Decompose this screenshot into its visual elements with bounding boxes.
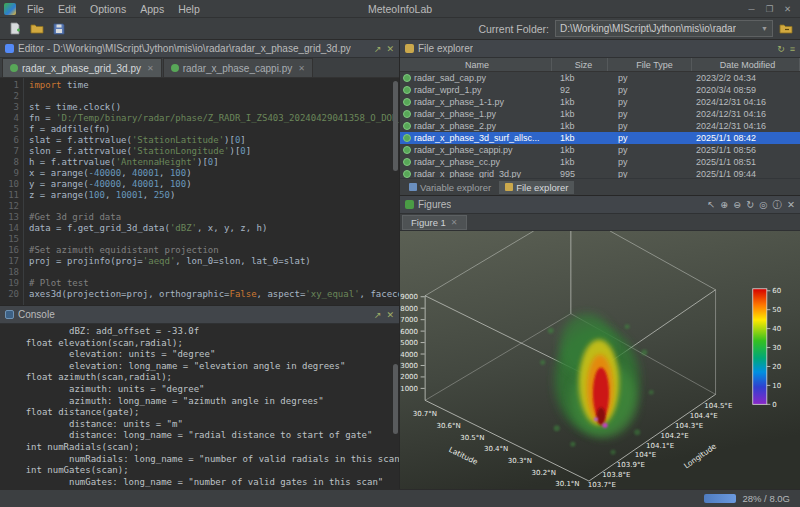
rotate-icon[interactable]: ↻	[746, 200, 754, 210]
close-icon[interactable]: ✕	[147, 64, 154, 73]
editor-panel: Editor - D:\Working\MIScript\Jython\mis\…	[0, 40, 399, 306]
zoom-in-icon[interactable]: ⊕	[720, 200, 728, 210]
file-type-cell: py	[608, 169, 692, 178]
column-header-size[interactable]: Size	[552, 58, 608, 71]
z-tick-label: 5000	[400, 339, 418, 347]
scrollbar-thumb[interactable]	[393, 364, 398, 434]
save-icon[interactable]	[49, 20, 68, 38]
menu-edit[interactable]: Edit	[51, 2, 83, 16]
longitude-tick-label: 104.4°E	[690, 412, 718, 420]
browse-folder-icon[interactable]	[776, 20, 795, 38]
scrollbar-thumb[interactable]	[393, 81, 398, 171]
editor-scrollbar[interactable]	[392, 78, 399, 305]
py-file-icon	[403, 122, 411, 130]
zoom-out-icon[interactable]: ⊖	[733, 200, 741, 210]
line-number: 13	[0, 212, 19, 223]
current-folder-value: D:\Working\MIScript\Jython\mis\io\radar	[560, 23, 736, 34]
editor-tab-label: radar_x_phase_cappi.py	[183, 63, 293, 74]
file-date-cell: 2020/3/4 08:59	[692, 85, 800, 95]
file-row[interactable]: radar_x_phase_1-1.py1kbpy2024/12/31 04:1…	[400, 96, 800, 108]
code-token: 'xy_equal'	[305, 289, 359, 299]
file-name: radar_x_phase_1-1.py	[414, 97, 504, 107]
file-name: radar_x_phase_1.py	[414, 109, 496, 119]
file-row[interactable]: radar_x_phase_3d_surf_allsc...1kbpy2025/…	[400, 132, 800, 144]
code-line: x = arange(-40000, 40001, 100)	[29, 168, 399, 179]
line-number: 20	[0, 289, 19, 300]
py-file-icon	[171, 64, 179, 72]
float-panel-icon[interactable]: ↗	[374, 44, 382, 54]
column-header-name[interactable]: Name	[400, 58, 552, 71]
file-size-cell: 1kb	[552, 97, 608, 107]
current-folder-combobox[interactable]: D:\Working\MIScript\Jython\mis\io\radar …	[555, 20, 773, 37]
file-explorer-header-icons: ↻≡	[777, 44, 795, 54]
tab-label: Variable explorer	[420, 182, 491, 193]
file-row[interactable]: radar_x_phase_cappi.py1kbpy2025/1/1 08:5…	[400, 144, 800, 156]
code-editor[interactable]: 1234567891011121314151617181920 import t…	[0, 78, 399, 305]
z-tick-label: 6000	[400, 328, 418, 336]
code-token: 'aeqd'	[143, 256, 176, 266]
z-tick-label: 4000	[400, 351, 418, 359]
close-panel-icon[interactable]: ✕	[386, 310, 394, 320]
file-type-cell: py	[608, 145, 692, 155]
new-file-icon[interactable]	[5, 20, 24, 38]
console-output[interactable]: dBZ: add_offset = -33.0f float elevation…	[0, 324, 399, 489]
close-icon[interactable]: ✕	[451, 218, 458, 227]
tab-file-explorer[interactable]: File explorer	[499, 181, 574, 194]
column-header-date-modified[interactable]: Date Modified	[692, 58, 800, 71]
z-tick-label: 9000	[400, 293, 418, 301]
editor-tab[interactable]: radar_x_phase_grid_3d.py✕	[2, 58, 162, 77]
file-table-header: NameSizeFile TypeDate Modified	[400, 58, 800, 72]
close-button[interactable]: ✕	[779, 2, 796, 16]
close-panel-icon[interactable]: ✕	[386, 44, 394, 54]
orbit-icon[interactable]: ◎	[759, 200, 767, 210]
code-line: #Get 3d grid data	[29, 212, 399, 223]
menu-icon[interactable]: ≡	[790, 44, 795, 54]
figure-tab[interactable]: Figure 1 ✕	[402, 215, 467, 230]
figure-plot[interactable]: 900080007000600050004000300020001000 30.…	[400, 231, 800, 489]
file-type-cell: py	[608, 109, 692, 119]
file-row[interactable]: radar_wprd_1.py92py2020/3/4 08:59	[400, 84, 800, 96]
latitude-tick-label: 30.3°N	[508, 457, 532, 465]
file-row[interactable]: radar_x_phase_1.py1kbpy2024/12/31 04:16	[400, 108, 800, 120]
file-row[interactable]: radar_sad_cap.py1kbpy2023/2/2 04:34	[400, 72, 800, 84]
menu-help[interactable]: Help	[171, 2, 207, 16]
file-date-cell: 2023/2/2 04:34	[692, 73, 800, 83]
console-scrollbar[interactable]	[392, 324, 399, 489]
tab-file-explorer-icon	[505, 183, 513, 191]
refresh-icon[interactable]: ↻	[777, 44, 785, 54]
py-file-icon	[403, 110, 411, 118]
column-header-file-type[interactable]: File Type	[608, 58, 692, 71]
close-panel-icon[interactable]: ✕	[787, 200, 795, 210]
file-size-cell: 1kb	[552, 73, 608, 83]
menu-file[interactable]: File	[20, 2, 51, 16]
open-folder-icon[interactable]	[27, 20, 46, 38]
info-icon[interactable]: ⓘ	[773, 200, 783, 210]
figure-tab-bar: Figure 1 ✕	[400, 214, 800, 231]
code-token: # Plot test	[29, 278, 89, 288]
close-icon[interactable]: ✕	[298, 64, 305, 73]
py-file-icon	[403, 86, 411, 94]
file-size-cell: 1kb	[552, 109, 608, 119]
code-token: 250	[154, 190, 170, 200]
line-number: 8	[0, 157, 19, 168]
tab-variable-explorer[interactable]: Variable explorer	[403, 181, 497, 194]
code-content[interactable]: import timest = time.clock()fn = 'D:/Tem…	[24, 78, 399, 305]
menu-apps[interactable]: Apps	[133, 2, 171, 16]
editor-tab[interactable]: radar_x_phase_cappi.py✕	[163, 58, 313, 77]
minimize-button[interactable]: ─	[743, 2, 760, 16]
file-name: radar_wprd_1.py	[414, 85, 482, 95]
file-row[interactable]: radar_x_phase_cc.py1kbpy2025/1/1 08:51	[400, 156, 800, 168]
code-line: h = f.attrvalue('AntennaHeight')[0]	[29, 157, 399, 168]
file-row[interactable]: radar_x_phase_2.py1kbpy2024/12/31 04:16	[400, 120, 800, 132]
chevron-down-icon[interactable]: ▼	[757, 25, 768, 32]
file-type-cell: py	[608, 157, 692, 167]
radar-3d-plot[interactable]: 900080007000600050004000300020001000 30.…	[400, 231, 800, 489]
code-token: -40000	[89, 179, 122, 189]
code-token: ]	[246, 146, 251, 156]
file-row[interactable]: radar_x_phase_grid_3d.py995py2025/1/1 09…	[400, 168, 800, 178]
maximize-button[interactable]: ❐	[761, 2, 778, 16]
menu-options[interactable]: Options	[83, 2, 133, 16]
select-icon[interactable]: ↖	[707, 200, 715, 210]
file-table: NameSizeFile TypeDate Modified radar_sad…	[400, 58, 800, 178]
float-panel-icon[interactable]: ↗	[374, 310, 382, 320]
